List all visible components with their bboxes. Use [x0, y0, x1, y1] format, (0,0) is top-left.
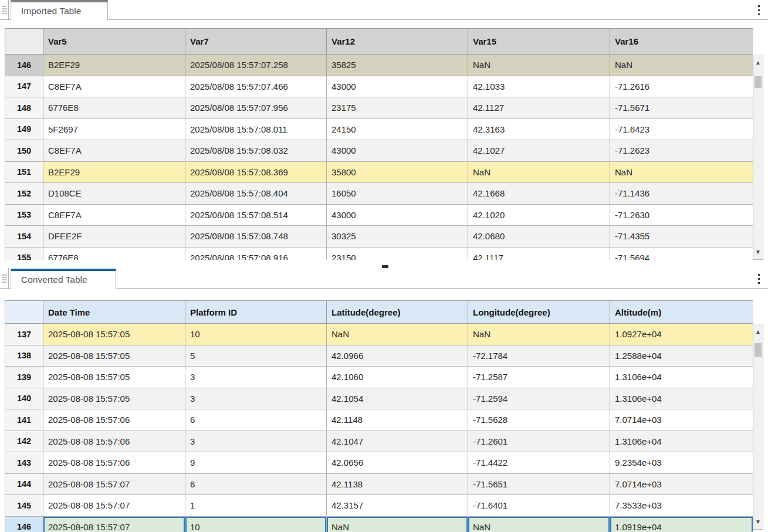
row-number[interactable]: 154	[5, 226, 43, 248]
table-cell[interactable]: 1.0927e+04	[610, 324, 753, 345]
table-cell[interactable]: C8EF7A	[43, 76, 185, 97]
imported-column-header[interactable]: Var16	[610, 29, 753, 55]
scroll-thumb[interactable]	[755, 343, 762, 357]
table-cell[interactable]: NaN	[610, 161, 753, 183]
row-number[interactable]: 144	[5, 473, 43, 495]
table-cell[interactable]: 1	[185, 495, 327, 517]
table-cell[interactable]: D108CE	[43, 183, 185, 205]
imported-column-header[interactable]: Var5	[43, 29, 185, 55]
table-cell[interactable]: -71.4355	[610, 226, 753, 248]
table-cell[interactable]: -71.2616	[610, 76, 753, 97]
row-number[interactable]: 146	[5, 516, 43, 532]
table-cell[interactable]: 2025/08/08 15:57:08.514	[185, 204, 327, 226]
table-cell[interactable]: 42.0656	[327, 452, 468, 474]
scroll-down-icon[interactable]: ▼	[753, 515, 763, 528]
table-cell[interactable]: 6	[185, 409, 327, 431]
table-cell[interactable]: 43000	[327, 204, 468, 226]
table-cell[interactable]: 2025-08-08 15:57:05	[43, 388, 185, 409]
table-cell[interactable]: NaN	[468, 516, 610, 532]
table-cell[interactable]: 23150	[327, 247, 468, 260]
table-cell[interactable]: 30325	[327, 226, 468, 248]
table-cell[interactable]: 2025/08/08 15:57:07.466	[185, 76, 327, 97]
table-cell[interactable]: 42.1020	[468, 204, 610, 226]
table-cell[interactable]: B2EF29	[43, 55, 185, 76]
table-cell[interactable]: NaN	[610, 55, 753, 76]
table-cell[interactable]: 2025-08-08 15:57:07	[43, 473, 185, 495]
row-number[interactable]: 143	[5, 452, 43, 474]
table-cell[interactable]: NaN	[468, 55, 610, 76]
row-number[interactable]: 153	[5, 204, 43, 226]
row-number[interactable]: 138	[5, 345, 43, 367]
table-cell[interactable]: 7.0714e+03	[610, 409, 753, 431]
table-cell[interactable]: 9	[185, 452, 327, 474]
table-cell[interactable]: 24150	[327, 118, 468, 140]
table-cell[interactable]: 35800	[327, 161, 468, 183]
table-cell[interactable]: 7.3533e+03	[610, 495, 753, 517]
row-number[interactable]: 149	[5, 118, 43, 140]
table-cell[interactable]: 42.1047	[327, 431, 468, 452]
table-cell[interactable]: -71.6401	[468, 495, 610, 517]
scroll-thumb[interactable]	[755, 76, 762, 88]
imported-column-header[interactable]: Var7	[185, 29, 327, 55]
table-cell[interactable]: 6776E8	[43, 247, 185, 260]
table-cell[interactable]: 2025-08-08 15:57:05	[43, 345, 185, 367]
scroll-up-icon[interactable]: ▲	[753, 325, 763, 338]
row-number[interactable]: 146	[5, 55, 43, 76]
table-cell[interactable]: -71.5694	[610, 247, 753, 260]
table-cell[interactable]: 16050	[327, 183, 468, 205]
row-number[interactable]: 141	[5, 409, 43, 431]
table-cell[interactable]: 42.1668	[468, 183, 610, 205]
table-cell[interactable]: -71.5628	[468, 409, 610, 431]
table-cell[interactable]: 23175	[327, 97, 468, 119]
row-number[interactable]: 147	[5, 76, 43, 97]
table-cell[interactable]: 35825	[327, 55, 468, 76]
table-cell[interactable]: 42.1117	[468, 247, 610, 260]
converted-vertical-scrollbar[interactable]: ▲ ▼	[753, 324, 763, 530]
table-cell[interactable]: 3	[185, 388, 327, 409]
row-number[interactable]: 142	[5, 431, 43, 452]
table-cell[interactable]: -71.6423	[610, 118, 753, 140]
table-cell[interactable]: 2025-08-08 15:57:05	[43, 367, 185, 388]
row-number[interactable]: 155	[5, 247, 43, 260]
table-cell[interactable]: 2025/08/08 15:57:08.404	[185, 183, 327, 205]
table-cell[interactable]: 2025-08-08 15:57:05	[43, 324, 185, 345]
table-cell[interactable]: 2025/08/08 15:57:08.916	[185, 247, 327, 260]
row-number[interactable]: 150	[5, 140, 43, 162]
panel-drag-handle[interactable]	[0, 0, 9, 20]
table-cell[interactable]: 6	[185, 473, 327, 495]
imported-column-header[interactable]: Var12	[327, 29, 468, 55]
table-cell[interactable]: 2025-08-08 15:57:06	[43, 409, 185, 431]
table-cell[interactable]: -71.4422	[468, 452, 610, 474]
table-cell[interactable]: C8EF7A	[43, 204, 185, 226]
table-cell[interactable]: 42.1148	[327, 409, 468, 431]
converted-column-header[interactable]: Latitude(degree)	[327, 301, 468, 324]
table-cell[interactable]: 42.1127	[468, 97, 610, 119]
table-cell[interactable]: 42.1060	[327, 367, 468, 388]
table-cell[interactable]: 42.0680	[468, 226, 610, 248]
row-number[interactable]: 137	[5, 324, 43, 345]
table-cell[interactable]: 10	[185, 324, 327, 345]
row-number[interactable]: 139	[5, 367, 43, 388]
table-cell[interactable]: 2025/08/08 15:57:08.032	[185, 140, 327, 162]
tab-imported-table[interactable]: Imported Table	[11, 0, 108, 20]
table-cell[interactable]: DFEE2F	[43, 226, 185, 248]
table-cell[interactable]: -71.2623	[610, 140, 753, 162]
table-cell[interactable]: 2025-08-08 15:57:07	[43, 516, 185, 532]
table-cell[interactable]: C8EF7A	[43, 140, 185, 162]
row-number[interactable]: 148	[5, 97, 43, 119]
table-cell[interactable]: 5	[185, 345, 327, 367]
table-cell[interactable]: NaN	[468, 161, 610, 183]
converted-column-header[interactable]: Date Time	[43, 301, 185, 324]
table-cell[interactable]: NaN	[468, 324, 610, 345]
row-number[interactable]: 140	[5, 388, 43, 409]
table-cell[interactable]: 2025/08/08 15:57:08.748	[185, 226, 327, 248]
imported-column-header[interactable]: Var15	[468, 29, 610, 55]
table-cell[interactable]: 42.1027	[468, 140, 610, 162]
table-cell[interactable]: -71.2587	[468, 367, 610, 388]
table-cell[interactable]: -71.5671	[610, 97, 753, 119]
table-cell[interactable]: 5F2697	[43, 118, 185, 140]
table-cell[interactable]: 42.1054	[327, 388, 468, 409]
table-cell[interactable]: 2025/08/08 15:57:08.011	[185, 118, 327, 140]
table-cell[interactable]: -71.5651	[468, 473, 610, 495]
table-cell[interactable]: 42.0966	[327, 345, 468, 367]
